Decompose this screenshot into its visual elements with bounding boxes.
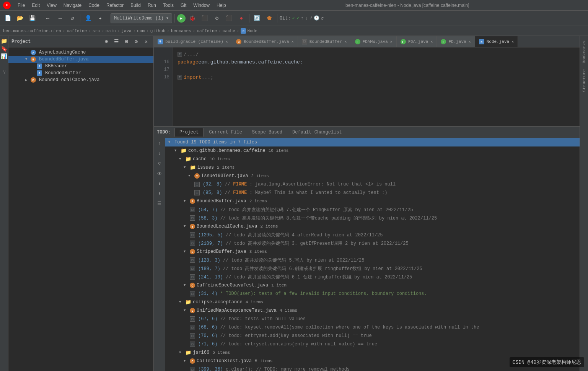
git-merge-icon[interactable]: ⑂	[309, 16, 312, 21]
tree-item-bbheader[interactable]: J BBHeader	[8, 63, 153, 70]
todo-group-cache[interactable]: ▼ 📁 cache 10 items	[165, 155, 580, 163]
project-locate-button[interactable]: ⊕	[102, 37, 111, 46]
todo-preview-btn[interactable]: 👁	[155, 169, 164, 178]
todo-scroll-up[interactable]: ↑	[155, 140, 164, 148]
todo-collapse-btn[interactable]: ⬇	[155, 189, 164, 198]
fold-icon-2[interactable]: +	[178, 75, 182, 80]
menu-refactor[interactable]: Refactor	[103, 2, 127, 9]
run-config-dropdown[interactable]: MultiWriteDemo (1) ▾	[111, 13, 172, 23]
bookmark-icon[interactable]: 🔖	[1, 45, 8, 52]
todo-file-blc[interactable]: ▼ B BoundedLocalCache.java 2 items	[165, 222, 580, 231]
todo-item-70[interactable]: □ (70, 6) // todo: entryset.add(key asso…	[165, 332, 580, 340]
tab-fdamw[interactable]: F FDAMW.java ✕	[351, 36, 397, 47]
todo-item-31[interactable]: □ (31, 4) * TODO(user): tests of a few i…	[165, 290, 580, 298]
tab-boundedbuffer-java[interactable]: B BoundedBuffer.java ✕	[232, 36, 298, 47]
build-button[interactable]: ⚙	[212, 13, 222, 24]
menu-window[interactable]: Window	[190, 2, 213, 9]
git-checkmark-icon[interactable]: ✓	[296, 15, 299, 21]
todo-item-58[interactable]: □ (58, 3) // todo 高并发读的关键代码 8.创建一个带cache…	[165, 214, 580, 222]
breadcrumb-github[interactable]: github	[150, 29, 166, 33]
menu-help[interactable]: Help	[213, 2, 229, 9]
tree-item-bounded-buffer[interactable]: ▼ B BoundedBuffer.java	[8, 56, 153, 63]
todo-item-68[interactable]: □ (68, 6) // todo: keyset.removeAll(some…	[165, 323, 580, 332]
tab-close-fd[interactable]: ✕	[469, 39, 471, 44]
refresh-button[interactable]: ↺	[67, 13, 78, 24]
todo-filter-btn[interactable]: ▽	[155, 159, 164, 168]
git-revert-icon[interactable]: ↺	[321, 15, 324, 21]
breadcrumb-src[interactable]: src	[93, 29, 100, 33]
tab-close-node[interactable]: ✕	[511, 39, 514, 44]
open-button[interactable]: 📂	[15, 13, 25, 24]
tab-boundedbuffer[interactable]: □ BoundedBuffer ✕	[298, 36, 351, 47]
menu-git[interactable]: Git	[178, 2, 189, 9]
git-check-icon[interactable]: ✓	[292, 15, 295, 21]
breadcrumb-main[interactable]: main	[106, 29, 116, 33]
todo-group-issues[interactable]: ▼ 📁 issues 2 items	[165, 163, 580, 172]
breadcrumb-benmanes[interactable]: benmanes	[171, 29, 191, 33]
todo-file-caffeine-spec[interactable]: ▼ C CaffeineSpecGuavaTest.java 1 item	[165, 281, 580, 290]
right-sidebar-structure[interactable]: Structure	[582, 66, 586, 95]
todo-item-71[interactable]: □ (71, 6) // todo: entryset.contains(ent…	[165, 340, 580, 348]
profile-button[interactable]: 👤	[83, 13, 93, 24]
back-button[interactable]: ←	[42, 13, 53, 24]
breadcrumb-com[interactable]: com	[137, 29, 145, 33]
breadcrumb-caffeine2[interactable]: caffeine	[197, 29, 217, 33]
tab-build-gradle[interactable]: G build.gradle (caffeine) ✕	[154, 36, 232, 47]
forward-button[interactable]: →	[55, 13, 65, 24]
fold-icon-1[interactable]: +	[178, 52, 182, 57]
undo-button[interactable]: ✦	[95, 13, 106, 24]
todo-file-issue193[interactable]: ▼ I Issue193Test.java 2 items	[165, 172, 580, 180]
breadcrumb-node[interactable]: Node	[247, 29, 257, 33]
code-content[interactable]: + /.../ package com.github.benmanes.caff…	[173, 47, 580, 126]
tab-close-bb[interactable]: ✕	[292, 39, 294, 44]
todo-item-1295[interactable]: □ (1295, 5) // todo 高并发读的关键代码 4.afterRea…	[165, 231, 580, 239]
tab-fda[interactable]: F FDA.java ✕	[397, 36, 437, 47]
stop-button[interactable]: ⬛	[224, 13, 235, 24]
structure-icon[interactable]: 📊	[1, 53, 8, 60]
todo-tab-scope-based[interactable]: Scope Based	[248, 128, 287, 137]
project-settings-button[interactable]: ⚙	[132, 37, 140, 46]
todo-item-189[interactable]: □ (189, 7) // todo 高并发读的关键代码 6.创建或者扩展 ri…	[165, 264, 580, 273]
git-fetch-icon[interactable]: ↓	[305, 16, 308, 21]
debug-button[interactable]: 🐞	[187, 13, 198, 24]
todo-item-128[interactable]: □ (128, 3) // todo 高并发读的关键代码 5.写入 by nie…	[165, 256, 580, 264]
tab-close-bbb[interactable]: ✕	[345, 39, 347, 44]
git-history-icon[interactable]: 🕐	[314, 15, 319, 21]
breadcrumb-java[interactable]: java	[121, 29, 131, 33]
sync-button[interactable]: 🔄	[252, 13, 262, 24]
menu-navigate[interactable]: Navigate	[60, 2, 85, 9]
tree-item-async[interactable]: A AsyncLoadingCache	[8, 49, 153, 56]
menu-edit[interactable]: Edit	[29, 2, 43, 9]
project-close-button[interactable]: ✕	[142, 37, 150, 46]
record-button[interactable]: ●	[236, 13, 247, 24]
todo-group-btn[interactable]: ☰	[155, 199, 164, 208]
todo-tab-project[interactable]: Project	[174, 128, 204, 137]
project-collapse-button[interactable]: ⊟	[122, 37, 130, 46]
breadcrumb-project[interactable]: ben-manes-caffeine-nien	[3, 29, 61, 33]
todo-file-striped[interactable]: ▼ S StripedBuffer.java 3 items	[165, 247, 580, 256]
run-button[interactable]: ▶	[177, 14, 186, 23]
menu-view[interactable]: View	[44, 2, 60, 9]
todo-expand-btn[interactable]: ⬆	[155, 179, 164, 188]
todo-scroll-down[interactable]: ↓	[155, 150, 164, 158]
todo-file-bb[interactable]: ▼ B BoundedBuffer.java 2 items	[165, 197, 580, 205]
save-button[interactable]: 💾	[27, 13, 37, 24]
project-icon[interactable]: 📁	[1, 37, 8, 44]
tree-item-blc[interactable]: ▶ B BoundedLocalCache.java	[8, 76, 153, 83]
analyze-button[interactable]: ⬟	[264, 13, 275, 24]
git-side-icon[interactable]: ⑂	[1, 69, 8, 76]
menu-file[interactable]: File	[15, 2, 28, 9]
breadcrumb-caffeine[interactable]: caffeine	[67, 29, 87, 33]
new-file-button[interactable]: 📄	[2, 13, 13, 24]
todo-item-67[interactable]: □ (67, 6) // todo: tests with null value…	[165, 315, 580, 323]
right-sidebar-bookmarks[interactable]: Bookmarks	[582, 37, 586, 66]
breadcrumb-cache[interactable]: cache	[223, 29, 235, 33]
menu-run[interactable]: Run	[145, 2, 159, 9]
project-expand-button[interactable]: ☰	[112, 37, 121, 46]
todo-summary-row[interactable]: ▼ Found 19 TODO items in 7 files	[165, 138, 580, 146]
todo-item-241[interactable]: □ (241, 19) // todo 高并发读的关键代码 6.1 创建 rin…	[165, 273, 580, 281]
todo-tab-default-changelist[interactable]: Default Changelist	[288, 128, 347, 137]
tab-close-fda[interactable]: ✕	[430, 39, 433, 44]
tab-close-gradle[interactable]: ✕	[226, 39, 228, 44]
menu-code[interactable]: Code	[85, 2, 103, 9]
